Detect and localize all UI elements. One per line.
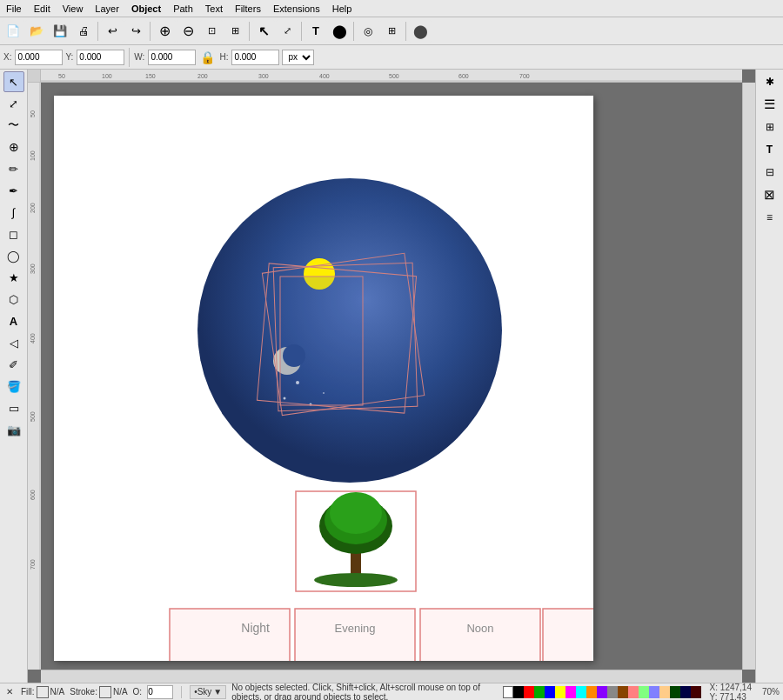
lock-icon[interactable]: 🔒 <box>200 50 215 64</box>
palette-navy[interactable] <box>680 686 691 698</box>
zoom-in-button[interactable]: ⊕ <box>153 20 176 43</box>
menu-file[interactable]: File <box>0 2 28 16</box>
no-fill-btn[interactable]: ✕ <box>3 686 16 698</box>
menubar: File Edit View Layer Object Path Text Fi… <box>0 0 783 17</box>
stroke-swatch[interactable] <box>99 686 111 698</box>
canvas-area[interactable]: 50 100 150 200 300 400 500 600 700 50 10… <box>28 70 755 683</box>
layers-btn[interactable]: ☰ <box>760 94 780 115</box>
menu-path[interactable]: Path <box>167 2 199 16</box>
calligraphy-tool[interactable]: ∫ <box>3 202 24 223</box>
save-button[interactable]: 💾 <box>49 20 71 43</box>
align-btn[interactable]: ⊞ <box>380 20 403 43</box>
menu-view[interactable]: View <box>57 2 90 16</box>
x-coord: X: 1247,14 <box>710 683 752 692</box>
pencil-tool[interactable]: ✏ <box>3 158 24 179</box>
palette-gray[interactable] <box>607 686 618 698</box>
sep3 <box>249 22 250 41</box>
artwork-svg[interactable]: Night Evening Noon Morning <box>54 96 593 661</box>
h-label: H: <box>219 52 228 62</box>
menu-filters[interactable]: Filters <box>229 2 267 16</box>
zoom-out-button[interactable]: ⊖ <box>177 20 199 43</box>
palette-magenta[interactable] <box>566 686 576 698</box>
zoom-page-button[interactable]: ⊞ <box>224 20 246 43</box>
palette-pink[interactable] <box>628 686 639 698</box>
fill-stroke-btn[interactable]: ⬤ <box>328 20 351 43</box>
commands-btn[interactable]: ≡ <box>760 207 780 228</box>
x-input[interactable] <box>15 50 63 65</box>
dropper-tool[interactable]: ✐ <box>3 354 24 375</box>
vertical-scrollbar[interactable] <box>742 83 755 670</box>
h-input[interactable] <box>231 50 279 65</box>
palette-black[interactable] <box>513 686 524 698</box>
node-tool[interactable]: ⤢ <box>3 93 24 114</box>
evening-box[interactable] <box>295 609 415 661</box>
xml-editor-btn[interactable]: ✱ <box>760 71 780 92</box>
palette-green[interactable] <box>534 686 545 698</box>
fill-swatch[interactable] <box>37 686 49 698</box>
text-format-btn[interactable]: T <box>760 139 780 160</box>
palette-lblue[interactable] <box>649 686 659 698</box>
redo-button[interactable]: ↪ <box>124 20 147 43</box>
palette-peach[interactable] <box>659 686 670 698</box>
palette-purple[interactable] <box>597 686 607 698</box>
rect-tool[interactable]: ◻ <box>3 223 24 244</box>
print-button[interactable]: 🖨 <box>72 20 95 43</box>
transform-btn[interactable]: ◎ <box>357 20 379 43</box>
circle-indicator[interactable]: ⬤ <box>409 20 432 43</box>
night-box[interactable] <box>170 609 290 661</box>
stroke-label: Stroke: <box>70 687 97 697</box>
palette-blue[interactable] <box>545 686 555 698</box>
horizontal-scrollbar[interactable] <box>41 670 742 683</box>
grid-btn[interactable]: ⊠ <box>760 184 780 205</box>
status-message: No objects selected. Click, Shift+click,… <box>231 683 497 701</box>
open-button[interactable]: 📂 <box>25 20 48 43</box>
gradient-tool[interactable]: ◁ <box>3 332 24 353</box>
y-input[interactable] <box>77 50 124 65</box>
noon-box[interactable] <box>420 609 540 661</box>
palette-white[interactable] <box>503 686 513 698</box>
palette-yellow[interactable] <box>555 686 566 698</box>
node-btn[interactable]: ⤢ <box>276 20 298 43</box>
menu-help[interactable]: Help <box>326 2 358 16</box>
measure-tool[interactable]: 📷 <box>3 419 24 440</box>
text-tool-left[interactable]: A <box>3 310 24 331</box>
layer-selector[interactable]: •Sky ▼ <box>190 685 226 699</box>
fill-tool[interactable]: 🪣 <box>3 376 24 397</box>
palette-red[interactable] <box>524 686 534 698</box>
palette-orange[interactable] <box>586 686 597 698</box>
circle-tool[interactable]: ◯ <box>3 245 24 266</box>
text-btn[interactable]: T <box>304 20 327 43</box>
star-tool[interactable]: ★ <box>3 267 24 288</box>
sep-coord1 <box>129 48 130 67</box>
sep5 <box>353 22 354 41</box>
palette-maroon[interactable] <box>691 686 701 698</box>
spiral-tool[interactable]: ⬡ <box>3 289 24 310</box>
menu-layer[interactable]: Layer <box>89 2 125 16</box>
morning-box[interactable] <box>543 609 593 661</box>
menu-object[interactable]: Object <box>125 2 167 16</box>
menu-text[interactable]: Text <box>199 2 229 16</box>
w-input[interactable] <box>148 50 196 65</box>
menu-extensions[interactable]: Extensions <box>267 2 326 16</box>
palette-dkgreen[interactable] <box>670 686 680 698</box>
unit-select[interactable]: px <box>282 50 314 65</box>
zoom-tool[interactable]: ⊕ <box>3 137 24 157</box>
svg-text:200: 200 <box>197 73 208 79</box>
menu-edit[interactable]: Edit <box>28 2 57 16</box>
undo-button[interactable]: ↩ <box>101 20 124 43</box>
symbols-btn[interactable]: ⊟ <box>760 162 780 183</box>
opacity-input[interactable] <box>147 685 173 699</box>
palette-lgreen[interactable] <box>639 686 649 698</box>
palette-brown[interactable] <box>618 686 628 698</box>
bezier-tool[interactable]: ✒ <box>3 180 24 201</box>
canvas-page[interactable]: Night Evening Noon Morning <box>54 96 593 661</box>
palette-cyan[interactable] <box>576 686 586 698</box>
zoom-fit-button[interactable]: ⊡ <box>200 20 223 43</box>
align-btn-right[interactable]: ⊞ <box>760 117 780 137</box>
new-button[interactable]: 📄 <box>2 20 24 43</box>
smooth-tool[interactable]: 〜 <box>3 115 24 136</box>
select-tool[interactable]: ↖ <box>3 71 24 92</box>
connector-tool[interactable]: ▭ <box>3 397 24 418</box>
select-btn[interactable]: ↖ <box>252 20 275 43</box>
toolbox: ↖ ⤢ 〜 ⊕ ✏ ✒ ∫ ◻ ◯ ★ ⬡ A ◁ ✐ 🪣 ▭ 📷 <box>0 70 28 683</box>
